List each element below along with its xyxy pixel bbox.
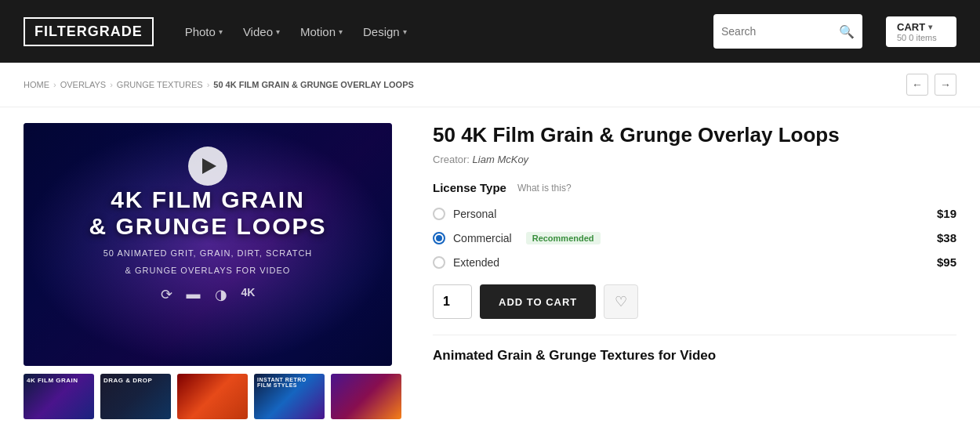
extended-label: Extended	[453, 256, 499, 269]
breadcrumb-sep: ›	[110, 80, 113, 89]
nav-photo[interactable]: Photo ▾	[177, 20, 230, 43]
license-option-extended: Extended $95	[433, 255, 956, 269]
license-option-personal: Personal $19	[433, 207, 956, 220]
add-to-cart-row: 1 ADD TO CART ♡	[433, 284, 956, 319]
main-product-image[interactable]: 4K FILM GRAIN & GRUNGE LOOPS 50 ANIMATED…	[24, 123, 392, 366]
product-images: 4K FILM GRAIN & GRUNGE LOOPS 50 ANIMATED…	[24, 123, 401, 419]
resolution-label: 4K	[241, 286, 256, 303]
thumbnail-strip: 4K FILM GRAIN DRAG & DROP INSTANT RETRO …	[24, 374, 401, 419]
nav-motion[interactable]: Motion ▾	[292, 20, 350, 43]
thumbnail-4[interactable]: INSTANT RETRO FILM STYLES	[254, 374, 325, 419]
section-divider	[433, 335, 956, 335]
heart-icon: ♡	[615, 293, 627, 310]
description-section-title: Animated Grain & Grunge Textures for Vid…	[433, 348, 956, 364]
cart-button[interactable]: CART ▾ 50 0 items	[886, 16, 956, 47]
breadcrumb-grunge[interactable]: GRUNGE TEXTURES	[117, 80, 203, 89]
what-is-this-link[interactable]: What is this?	[517, 183, 572, 194]
breadcrumb: HOME › OVERLAYS › GRUNGE TEXTURES › 50 4…	[24, 80, 414, 89]
breadcrumb-overlays[interactable]: OVERLAYS	[60, 80, 107, 89]
license-options: Personal $19 Commercial Recommended $38	[433, 207, 956, 269]
site-logo[interactable]: FILTERGRADE	[24, 17, 154, 46]
breadcrumb-sep: ›	[53, 80, 56, 89]
contrast-icon: ◑	[215, 286, 227, 303]
commercial-label: Commercial	[453, 232, 512, 244]
breadcrumb-sep: ›	[207, 80, 210, 89]
add-to-cart-button[interactable]: ADD TO CART	[480, 284, 596, 319]
product-info-panel: 50 4K Film Grain & Grunge Overlay Loops …	[433, 123, 956, 419]
feature-icons: ⟳ ▬ ◑ 4K	[89, 286, 326, 303]
extended-price: $95	[937, 255, 956, 269]
loop-icon: ⟳	[161, 286, 172, 303]
main-content: 4K FILM GRAIN & GRUNGE LOOPS 50 ANIMATED…	[0, 107, 980, 435]
chevron-down-icon: ▾	[928, 23, 932, 31]
license-section: License Type What is this? Personal $19	[433, 181, 956, 319]
breadcrumb-bar: HOME › OVERLAYS › GRUNGE TEXTURES › 50 4…	[0, 63, 980, 107]
image-subtitle2: & GRUNGE OVERLAYS FOR VIDEO	[89, 266, 326, 275]
license-header: License Type What is this?	[433, 181, 956, 194]
personal-price: $19	[937, 207, 956, 220]
image-title: 4K FILM GRAIN & GRUNGE LOOPS	[89, 186, 326, 241]
personal-radio[interactable]	[433, 208, 445, 220]
search-input[interactable]	[721, 25, 839, 38]
extended-radio[interactable]	[433, 256, 445, 269]
personal-label: Personal	[453, 208, 496, 220]
thumbnail-1[interactable]: 4K FILM GRAIN	[24, 374, 94, 419]
quantity-input[interactable]: 1	[433, 284, 472, 319]
site-header: FILTERGRADE Photo ▾ Video ▾ Motion ▾ Des…	[0, 0, 980, 63]
creator-name: Liam McKoy	[473, 154, 529, 165]
video-icon: ▬	[187, 286, 201, 303]
chevron-down-icon: ▾	[339, 27, 343, 36]
license-type-label: License Type	[433, 181, 506, 194]
nav-design[interactable]: Design ▾	[355, 20, 415, 43]
breadcrumb-home[interactable]: HOME	[24, 80, 49, 89]
chevron-down-icon: ▾	[403, 27, 407, 36]
thumbnail-3[interactable]	[177, 374, 248, 419]
breadcrumb-current: 50 4K FILM GRAIN & GRUNGE OVERLAY LOOPS	[213, 80, 414, 89]
thumbnail-5[interactable]	[331, 374, 401, 419]
prev-product-button[interactable]: ←	[906, 74, 928, 96]
play-icon	[202, 158, 216, 174]
main-nav: Photo ▾ Video ▾ Motion ▾ Design ▾	[177, 20, 690, 43]
product-title: 50 4K Film Grain & Grunge Overlay Loops	[433, 123, 956, 147]
wishlist-button[interactable]: ♡	[604, 284, 638, 319]
thumbnail-2[interactable]: DRAG & DROP	[100, 374, 171, 419]
image-subtitle: 50 ANIMATED GRIT, GRAIN, DIRT, SCRATCH	[89, 248, 326, 258]
next-product-button[interactable]: →	[935, 74, 956, 96]
recommended-badge: Recommended	[526, 232, 601, 244]
play-button[interactable]	[188, 147, 227, 186]
chevron-down-icon: ▾	[219, 27, 223, 36]
product-creator: Creator: Liam McKoy	[433, 154, 956, 165]
radio-selected-indicator	[436, 235, 442, 241]
chevron-down-icon: ▾	[276, 27, 280, 36]
search-bar: 🔍	[713, 14, 862, 49]
commercial-price: $38	[937, 231, 956, 244]
breadcrumb-navigation: ← →	[906, 74, 956, 96]
search-button[interactable]: 🔍	[839, 24, 855, 39]
license-option-commercial: Commercial Recommended $38	[433, 231, 956, 244]
nav-video[interactable]: Video ▾	[235, 20, 288, 43]
commercial-radio[interactable]	[433, 232, 445, 244]
image-text: 4K FILM GRAIN & GRUNGE LOOPS 50 ANIMATED…	[89, 186, 326, 303]
